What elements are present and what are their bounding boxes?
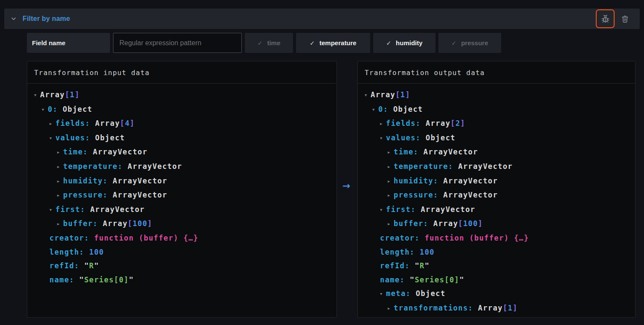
json-type: Array <box>95 119 120 128</box>
json-type: ArrayVector <box>443 191 498 199</box>
json-tree-row[interactable]: ▼Array[1] <box>27 88 337 102</box>
json-tree-row: refId: "R" <box>27 259 337 273</box>
json-key: pressure: <box>63 191 113 199</box>
json-key: fields: <box>386 119 426 128</box>
expand-toggle-icon[interactable]: ▶ <box>57 160 63 174</box>
collapse-toggle-icon[interactable]: ▼ <box>42 103 48 117</box>
expand-toggle-icon[interactable]: ▶ <box>388 174 394 189</box>
expand-toggle-icon[interactable]: ▶ <box>388 302 394 316</box>
json-tree-row[interactable]: ▶humidity: ArrayVector <box>358 174 635 189</box>
json-tree-row: refId: "R" <box>358 259 635 273</box>
field-toggle-temperature[interactable]: ✓temperature <box>296 33 370 53</box>
field-name-label: Field name <box>27 33 110 53</box>
json-bracket: ] <box>513 304 518 312</box>
filter-options-row: Field name ✓time✓temperature✓humidity✓pr… <box>27 33 501 53</box>
json-key: length: <box>380 248 420 256</box>
json-key: humidity: <box>394 177 443 185</box>
collapse-toggle-icon[interactable]: ▼ <box>380 287 386 301</box>
json-type: ArrayVector <box>458 162 513 171</box>
json-tree-row[interactable]: ▶transformations: Array[1] <box>358 301 635 316</box>
json-bracket: [ <box>503 304 508 312</box>
json-tree-row[interactable]: ▶time: ArrayVector <box>358 145 635 160</box>
expand-toggle-icon[interactable]: ▶ <box>57 217 63 231</box>
check-icon: ✓ <box>258 40 263 46</box>
collapse-toggle-icon[interactable]: ▼ <box>34 88 40 102</box>
json-str: Series[0] <box>84 276 129 284</box>
json-tree-row[interactable]: ▶temperature: ArrayVector <box>27 160 337 174</box>
json-key: buffer: <box>394 219 433 228</box>
field-toggle-time[interactable]: ✓time <box>245 33 293 53</box>
expand-toggle-icon[interactable]: ▶ <box>57 174 63 189</box>
json-type: ArrayVector <box>93 148 148 156</box>
regex-pattern-input[interactable] <box>113 33 242 53</box>
collapse-toggle-icon[interactable]: ▼ <box>49 203 55 217</box>
json-tree-row[interactable]: ▶buffer: Array[100] <box>27 217 337 231</box>
expand-toggle-icon[interactable]: ▶ <box>57 189 63 203</box>
json-bracket: [ <box>128 219 133 228</box>
json-num: 1 <box>70 90 75 99</box>
json-key: values: <box>55 133 95 142</box>
json-num: 4 <box>125 119 130 128</box>
json-quote: " <box>410 276 415 284</box>
collapse-toggle-icon[interactable]: ▼ <box>49 131 55 145</box>
json-key: creator: <box>49 234 94 242</box>
json-key: humidity: <box>63 177 113 185</box>
json-tree-row[interactable]: ▼meta: Object <box>358 287 635 301</box>
json-tree-row[interactable]: ▼0: Object <box>358 102 635 117</box>
json-tree-row[interactable]: ▶buffer: Array[100] <box>358 217 635 231</box>
json-quote: " <box>84 261 89 270</box>
json-bracket: ] <box>75 90 80 99</box>
collapse-toggle-icon[interactable]: ▼ <box>380 131 386 145</box>
json-num: 100 <box>463 219 478 228</box>
transformation-title: Filter by name <box>23 15 70 23</box>
input-json-tree: ▼Array[1]▼0: Object▶fields: Array[4]▼val… <box>27 84 337 287</box>
field-toggle-pressure[interactable]: ✓pressure <box>438 33 501 53</box>
json-key: length: <box>49 248 89 256</box>
json-bracket: ] <box>130 119 135 128</box>
expand-toggle-icon[interactable]: ▶ <box>57 145 63 160</box>
json-tree-row[interactable]: ▼0: Object <box>27 102 337 117</box>
json-type: Array <box>371 90 395 99</box>
chevron-down-icon[interactable] <box>10 15 17 22</box>
json-tree-row[interactable]: ▶temperature: ArrayVector <box>358 160 635 174</box>
json-tree-row: length: 100 <box>27 245 337 259</box>
field-toggle-label: humidity <box>396 39 423 46</box>
expand-toggle-icon[interactable]: ▶ <box>388 217 394 231</box>
json-type: Object <box>393 105 423 113</box>
remove-transformation-button[interactable] <box>618 10 632 27</box>
json-tree-row[interactable]: ▶time: ArrayVector <box>27 145 337 160</box>
json-key: pressure: <box>394 191 443 199</box>
collapse-toggle-icon[interactable]: ▼ <box>365 88 371 102</box>
expand-toggle-icon[interactable]: ▶ <box>388 160 394 174</box>
json-key: meta: <box>386 289 416 298</box>
json-type: ArrayVector <box>424 148 478 156</box>
debug-button[interactable] <box>596 9 615 28</box>
expand-toggle-icon[interactable]: ▶ <box>49 117 55 131</box>
expand-toggle-icon[interactable]: ▶ <box>388 189 394 203</box>
json-tree-row[interactable]: ▼Array[1] <box>358 88 635 102</box>
collapse-toggle-icon[interactable]: ▼ <box>372 103 378 117</box>
json-tree-row[interactable]: ▶pressure: ArrayVector <box>27 188 337 203</box>
json-key: time: <box>394 148 424 156</box>
json-tree-row: name: "Series[0]" <box>358 273 635 287</box>
json-tree-row[interactable]: ▼values: Object <box>358 131 635 145</box>
json-tree-row[interactable]: ▶pressure: ArrayVector <box>358 188 635 203</box>
check-icon: ✓ <box>310 40 315 46</box>
json-bracket: ] <box>478 219 483 228</box>
json-tree-row[interactable]: ▼values: Object <box>27 131 337 145</box>
json-bracket: [ <box>458 219 463 228</box>
json-quote: " <box>459 276 464 284</box>
json-quote: " <box>79 276 84 284</box>
transformation-header-bar[interactable]: Filter by name <box>4 9 640 29</box>
json-tree-row[interactable]: ▼first: ArrayVector <box>27 203 337 217</box>
json-num: 1 <box>508 304 513 312</box>
json-tree-row[interactable]: ▶humidity: ArrayVector <box>27 174 337 189</box>
expand-toggle-icon[interactable]: ▶ <box>380 117 386 131</box>
json-tree-row[interactable]: ▶fields: Array[2] <box>358 116 635 131</box>
expand-toggle-icon[interactable]: ▶ <box>388 145 394 160</box>
field-toggle-humidity[interactable]: ✓humidity <box>373 33 435 53</box>
json-tree-row[interactable]: ▶fields: Array[4] <box>27 116 337 131</box>
json-type: Object <box>63 105 93 113</box>
json-tree-row[interactable]: ▼first: ArrayVector <box>358 203 635 217</box>
collapse-toggle-icon[interactable]: ▼ <box>380 203 386 217</box>
